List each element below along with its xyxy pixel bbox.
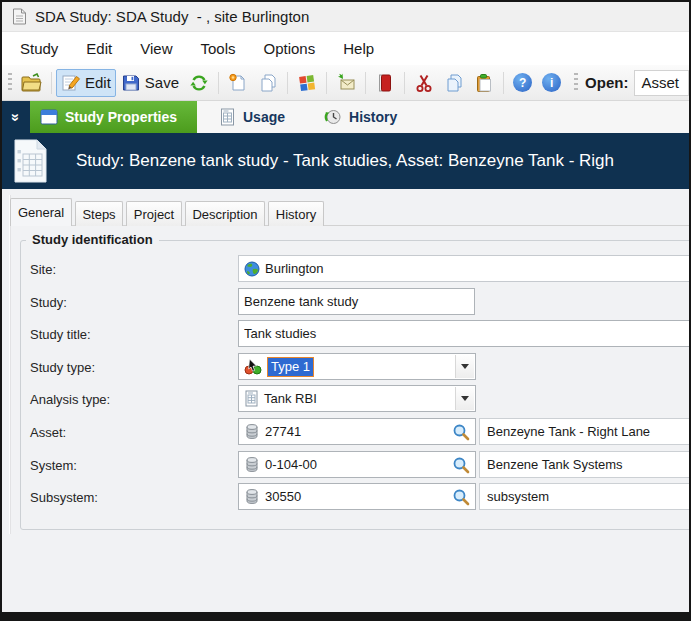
study-title-input[interactable] (238, 320, 691, 347)
analysis-type-label: Analysis type: (30, 387, 110, 413)
search-icon (452, 423, 470, 441)
study-document-icon (12, 138, 48, 184)
new-document-button[interactable] (223, 69, 253, 97)
nav-tab-bar: » Study Properties Usage (2, 101, 689, 133)
analysis-type-dropdown-button[interactable] (455, 387, 474, 410)
menu-edit[interactable]: Edit (72, 35, 126, 62)
app-document-icon (12, 8, 27, 25)
red-report-icon (375, 73, 395, 93)
study-input[interactable] (238, 288, 475, 315)
site-label: Site: (30, 257, 56, 283)
save-button[interactable]: Save (116, 69, 184, 97)
open-study-button[interactable] (15, 69, 47, 97)
cut-button[interactable] (409, 69, 439, 97)
site-field[interactable]: Burlington (238, 255, 691, 282)
toolbar-separator (503, 72, 504, 94)
tab-label: History (349, 109, 397, 125)
open-combobox[interactable] (634, 70, 689, 96)
title-bar: SDA Study: SDA Study - , site Burlington (2, 2, 689, 32)
edit-button-label: Edit (85, 74, 111, 91)
menu-study[interactable]: Study (6, 35, 72, 62)
subsystem-search-button[interactable] (452, 488, 470, 506)
double-chevron-icon: » (8, 113, 25, 121)
toolbar-grip[interactable] (8, 73, 12, 93)
toolbar: Edit Save (2, 65, 689, 101)
windows-button[interactable] (292, 69, 322, 97)
study-input-text[interactable] (244, 291, 469, 313)
tab-usage[interactable]: Usage (205, 101, 299, 133)
edit-button[interactable]: Edit (56, 69, 116, 97)
collapse-panel-button[interactable]: » (2, 101, 30, 133)
copy-button[interactable] (439, 69, 469, 97)
info-button[interactable]: i (537, 69, 566, 97)
usage-report-icon (219, 108, 236, 126)
toolbar-grip[interactable] (574, 73, 578, 93)
study-type-dropdown-button[interactable] (455, 355, 474, 378)
site-value: Burlington (265, 261, 324, 276)
asset-lookup-field[interactable]: 27741 (238, 418, 476, 445)
study-header: Study: Benzene tank study - Tank studies… (2, 133, 689, 189)
page-tab-project[interactable]: Project (126, 201, 182, 226)
refresh-button[interactable] (184, 69, 214, 97)
refresh-icon (189, 73, 209, 93)
send-mail-icon (336, 73, 356, 93)
tab-label: Usage (243, 109, 285, 125)
dropdown-arrow-icon (461, 396, 469, 401)
system-value: 0-104-00 (265, 457, 317, 472)
study-title-input-text[interactable] (244, 323, 691, 345)
menu-view[interactable]: View (126, 35, 186, 62)
system-search-button[interactable] (452, 456, 470, 474)
tab-study-properties[interactable]: Study Properties (30, 101, 197, 133)
copy-pages-icon (444, 73, 464, 93)
tab-page-general: General Steps Project Description Histor… (2, 189, 689, 613)
toolbar-separator (326, 72, 327, 94)
search-icon (452, 488, 470, 506)
panel-splitter[interactable] (9, 195, 11, 534)
page-tab-history[interactable]: History (268, 201, 324, 226)
search-icon (452, 456, 470, 474)
toolbar-separator (404, 72, 405, 94)
database-icon (244, 488, 260, 505)
dropdown-arrow-icon (461, 364, 469, 369)
system-description-field: Benzene Tank Systems (479, 451, 691, 478)
page-tab-general[interactable]: General (10, 198, 72, 226)
study-type-label: Study type: (30, 355, 95, 381)
subsystem-description-field: subsystem (479, 483, 691, 510)
help-button[interactable]: ? (508, 69, 537, 97)
window-title: SDA Study: SDA Study - , site Burlington (35, 8, 309, 25)
windows-logo-icon (297, 73, 317, 93)
group-title: Study identification (26, 232, 159, 247)
paste-button[interactable] (469, 69, 499, 97)
toolbar-separator (365, 72, 366, 94)
analysis-type-value: Tank RBI (264, 391, 317, 406)
globe-icon (244, 261, 260, 277)
asset-description: Benzeyne Tank - Right Lane (487, 424, 650, 439)
save-button-label: Save (145, 74, 179, 91)
study-header-title: Study: Benzene tank study - Tank studies… (76, 151, 614, 171)
page-tab-label: General (18, 205, 64, 220)
window-icon (40, 109, 58, 125)
duplicate-pages-icon (258, 73, 278, 93)
report-button[interactable] (370, 69, 400, 97)
help-icon: ? (513, 73, 532, 92)
duplicate-button[interactable] (253, 69, 283, 97)
study-type-icon (244, 358, 262, 375)
study-label: Study: (30, 290, 67, 316)
menu-help[interactable]: Help (329, 35, 388, 62)
menu-bar: Study Edit View Tools Options Help (2, 32, 689, 65)
tab-history[interactable]: History (309, 101, 411, 133)
menu-options[interactable]: Options (250, 35, 330, 62)
save-floppy-icon (121, 73, 141, 93)
system-lookup-field[interactable]: 0-104-00 (238, 451, 476, 478)
page-tab-steps[interactable]: Steps (75, 201, 123, 226)
tab-label: Study Properties (65, 109, 177, 125)
study-type-combobox[interactable]: Type 1 (238, 353, 476, 380)
menu-tools[interactable]: Tools (186, 35, 249, 62)
subsystem-lookup-field[interactable]: 30550 (238, 483, 476, 510)
database-icon (244, 423, 260, 440)
page-tab-description[interactable]: Description (185, 201, 265, 226)
send-button[interactable] (331, 69, 361, 97)
scissors-icon (414, 73, 434, 93)
asset-search-button[interactable] (452, 423, 470, 441)
analysis-type-combobox[interactable]: Tank RBI (238, 385, 476, 412)
